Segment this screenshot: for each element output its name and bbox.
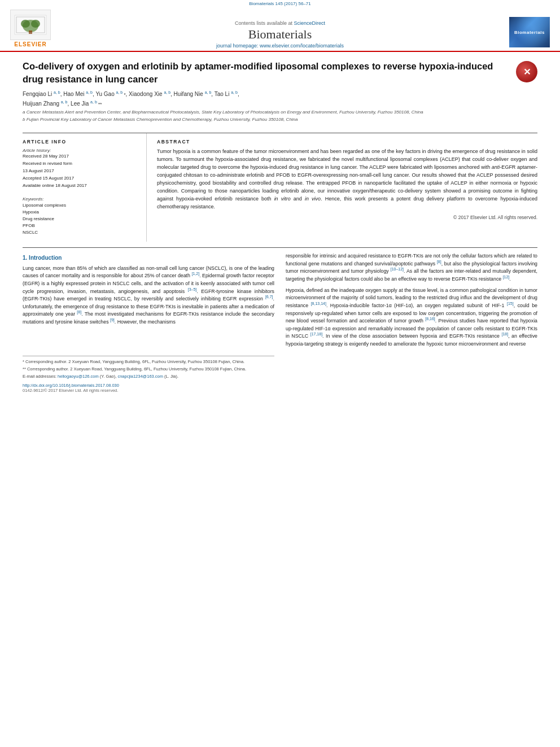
svg-point-3	[31, 20, 40, 28]
email-gao[interactable]: hellogaoyu@126.com	[58, 374, 99, 379]
article-body: 1. Introduction Lung cancer, more than 8…	[0, 242, 560, 381]
sciencedirect-label: Contents lists available at	[235, 20, 294, 26]
svg-rect-4	[29, 30, 32, 34]
article-info-heading: ARTICLE INFO	[23, 139, 137, 145]
body-divider	[23, 247, 537, 248]
elsevier-logo-box	[10, 10, 51, 40]
volume-line: Biomaterials 145 (2017) 56–71	[0, 0, 560, 6]
footer: http://dx.doi.org/10.1016/j.biomaterials…	[0, 381, 560, 397]
authors-line: Fengqiao Li a, b, Hao Mei a, b, Yu Gao a…	[23, 90, 537, 97]
ref-8-13-14[interactable]: [8,13,14]	[311, 302, 326, 305]
sciencedirect-link[interactable]: ScienceDirect	[294, 20, 326, 26]
ref-12b[interactable]: [12]	[503, 275, 510, 279]
keyword-1: Liposomal complexes	[23, 202, 137, 209]
homepage-label: journal homepage:	[216, 43, 260, 49]
volume-text: Biomaterials 145 (2017) 56–71	[249, 1, 310, 6]
received-revised-date: 13 August 2017	[23, 168, 137, 173]
body-left-col: 1. Introduction Lung cancer, more than 8…	[23, 252, 274, 381]
article-header: Co-delivery of oxygen and erlotinib by a…	[0, 52, 560, 128]
ref-8b[interactable]: [8]	[437, 260, 441, 264]
affiliation-b: b Fujian Provincial Key Laboratory of Ca…	[23, 116, 537, 123]
footer-issn: 0142-9612/© 2017 Elsevier Ltd. All right…	[23, 388, 537, 393]
abstract-heading: ABSTRACT	[157, 139, 537, 145]
elsevier-logo: ELSEVIER	[10, 10, 51, 51]
homepage-url[interactable]: www.elsevier.com/locate/biomaterials	[260, 43, 344, 49]
keyword-5: NSCLC	[23, 229, 137, 236]
article-info-abstract: ARTICLE INFO Article history: Received 2…	[0, 133, 560, 242]
intro-p1: Lung cancer, more than 85% of which are …	[23, 265, 274, 326]
ref-9[interactable]: [9]	[110, 318, 115, 322]
journal-cover-image: Biomaterials	[509, 17, 550, 47]
abstract-column: ABSTRACT Tumor hypoxia is a common featu…	[147, 133, 537, 242]
page: Biomaterials 145 (2017) 56–71	[0, 0, 560, 747]
email-jia[interactable]: cnapcjia1234@163.com	[117, 374, 163, 379]
footnote-1: * Corresponding author. 2 Xueyuan Road, …	[23, 359, 274, 365]
elsevier-wordmark: ELSEVIER	[14, 41, 46, 47]
crossmark[interactable]	[516, 61, 537, 82]
ref-6-7[interactable]: [6,7]	[265, 295, 273, 299]
footnote-divider	[23, 356, 274, 356]
right-p1: responsible for intrinsic and acquired r…	[286, 252, 537, 283]
received-date: Received 28 May 2017	[23, 154, 137, 159]
footnote-2: ** Corresponding author. 2 Xueyuan Road,…	[23, 366, 274, 372]
journal-header: ELSEVIER Contents lists available at Sci…	[0, 6, 560, 52]
body-right-col: responsible for intrinsic and acquired r…	[286, 252, 537, 381]
body-two-col: 1. Introduction Lung cancer, more than 8…	[23, 252, 537, 381]
affiliation-a: a Cancer Metastasis Alert and Prevention…	[23, 109, 537, 115]
article-info-column: ARTICLE INFO Article history: Received 2…	[23, 133, 147, 242]
ref-17-18[interactable]: [17,18]	[310, 333, 322, 337]
crossmark-icon[interactable]	[516, 61, 537, 82]
ref-15[interactable]: [15]	[507, 302, 514, 305]
footer-doi[interactable]: http://dx.doi.org/10.1016/j.biomaterials…	[23, 383, 537, 388]
journal-center: Contents lists available at ScienceDirec…	[51, 20, 509, 51]
intro-heading: 1. Introduction	[23, 254, 274, 263]
journal-homepage[interactable]: journal homepage: www.elsevier.com/locat…	[51, 43, 509, 49]
keyword-2: Hypoxia	[23, 209, 137, 216]
ref-18b[interactable]: [18]	[501, 333, 508, 337]
ref-10-12[interactable]: [10–12]	[391, 268, 404, 272]
keyword-4: PFOB	[23, 222, 137, 229]
ref-3-5[interactable]: [3–5]	[188, 287, 197, 291]
ref-8[interactable]: [8]	[77, 311, 81, 314]
footnotes-area: * Corresponding author. 2 Xueyuan Road, …	[23, 329, 274, 380]
article-title: Co-delivery of oxygen and erlotinib by a…	[23, 60, 537, 86]
authors-line-2: Huijuan Zhang a, b, Lee Jia a, b **	[23, 100, 537, 107]
accepted-date: Accepted 15 August 2017	[23, 176, 137, 181]
journal-cover-text: Biomaterials	[514, 30, 545, 35]
author-fengqiao: Fengqiao Li	[23, 91, 54, 98]
keyword-3: Drug resistance	[23, 216, 137, 222]
svg-point-2	[21, 20, 30, 28]
right-p2: Hypoxia, defined as the inadequate oxyge…	[286, 287, 537, 348]
received-revised-label: Received in revised form	[23, 161, 137, 166]
keywords-heading: Keywords:	[23, 196, 137, 202]
journal-title: Biomaterials	[51, 27, 509, 42]
sciencedirect-line: Contents lists available at ScienceDirec…	[51, 20, 509, 26]
abstract-text: Tumor hypoxia is a common feature of the…	[157, 148, 537, 211]
ref-1-2[interactable]: [1,2]	[192, 272, 200, 276]
keywords-list: Liposomal complexes Hypoxia Drug resista…	[23, 202, 137, 236]
article-history-label: Article history:	[23, 148, 137, 153]
copyright-line: © 2017 Elsevier Ltd. All rights reserved…	[157, 215, 537, 220]
footnote-email: E-mail addresses: hellogaoyu@126.com (Y.…	[23, 373, 274, 379]
available-date: Available online 18 August 2017	[23, 183, 137, 188]
ref-8-16[interactable]: [8,16]	[425, 317, 435, 321]
